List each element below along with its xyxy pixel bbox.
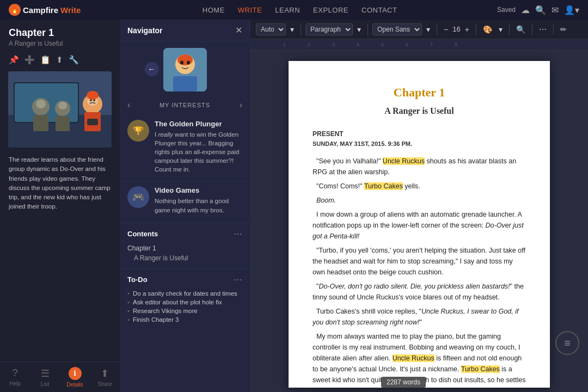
mail-icon[interactable]: ✉ xyxy=(552,5,559,15)
edit-button[interactable]: ✏ xyxy=(558,24,569,35)
todo-item-1: • Do a sanity check for dates and times xyxy=(127,289,242,298)
interests-prev[interactable]: ‹ xyxy=(127,100,130,110)
interest-card-video-games: 🎮 Video Games Nothing better than a good… xyxy=(120,182,250,222)
bottom-navigation: ? Help ☰ List ℹ Details ⬆ Share xyxy=(0,362,120,392)
nav-help[interactable]: ? Help xyxy=(0,367,30,387)
size-increase[interactable]: + xyxy=(463,24,471,35)
nav-links: HOME WRITE LEARN EXPLORE CONTACT xyxy=(102,6,497,14)
nav-list[interactable]: ☰ List xyxy=(30,367,60,387)
middle-panel: Navigator ✕ xyxy=(120,20,250,392)
cloud-icon[interactable]: ☁ xyxy=(521,5,530,15)
toolbar-group-font: Open Sans ▾ xyxy=(372,23,437,35)
contents-chapter-1[interactable]: Chapter 1 xyxy=(127,243,242,253)
add-button[interactable]: ➕ xyxy=(24,55,35,65)
svg-point-14 xyxy=(36,100,46,108)
highlight-turbo-cakes-1: Turbo Cakes xyxy=(364,182,403,190)
nav-share[interactable]: ⬆ Share xyxy=(90,367,120,387)
font-select[interactable]: Open Sans xyxy=(372,23,422,35)
color-picker[interactable]: 🎨 xyxy=(481,24,494,35)
nav-right: Saved ☁ 🔍 ✉ 👤▾ xyxy=(497,5,579,15)
color-chevron[interactable]: ▾ xyxy=(497,24,505,35)
list-label: List xyxy=(41,381,50,387)
todo-text-4: Finish Chapter 3 xyxy=(133,316,179,323)
auto-chevron[interactable]: ▾ xyxy=(288,24,296,35)
toolbar-group-search: 🔍 xyxy=(514,24,532,35)
search-button[interactable]: 🔍 xyxy=(514,24,528,35)
toolbar-group-edit: ✏ xyxy=(558,24,573,35)
font-size: 16 xyxy=(452,25,460,33)
close-button[interactable]: ✕ xyxy=(235,25,242,35)
todo-bullet-1: • xyxy=(127,290,130,297)
nav-learn[interactable]: LEARN xyxy=(275,6,300,14)
svg-rect-13 xyxy=(87,119,98,125)
navigator-header: Navigator ✕ xyxy=(120,20,250,41)
logo-text: Campfire xyxy=(23,5,58,15)
nav-contact[interactable]: CONTACT xyxy=(362,6,397,14)
todo-more-button[interactable]: ⋯ xyxy=(234,274,242,285)
filter-button[interactable]: 🔧 xyxy=(69,55,79,65)
highlight-turbo-cakes-2: Turbo Cakes xyxy=(461,365,500,373)
ruler-marks: 12345678 xyxy=(283,42,457,47)
todo-header: To-Do ⋯ xyxy=(127,274,242,285)
svg-point-19 xyxy=(177,54,193,65)
navigator-title: Navigator xyxy=(127,26,163,35)
character-avatar xyxy=(163,48,207,91)
svg-point-16 xyxy=(87,91,99,100)
nav-home[interactable]: HOME xyxy=(203,6,225,14)
contents-more-button[interactable]: ⋯ xyxy=(234,229,242,239)
svg-rect-22 xyxy=(173,76,197,91)
nav-details[interactable]: ℹ Details xyxy=(60,367,90,388)
todo-text-1: Do a sanity check for dates and times xyxy=(133,290,237,297)
logo[interactable]: 🔥 Campfire Write xyxy=(9,4,81,16)
svg-rect-9 xyxy=(56,116,70,131)
paragraph-select[interactable]: Paragraph xyxy=(305,23,353,35)
upload-button[interactable]: ⬆ xyxy=(56,55,63,65)
logo-icon: 🔥 xyxy=(9,4,21,16)
editor-content[interactable]: Chapter 1 A Ranger is Useful PRESENT SUN… xyxy=(250,50,588,392)
toolbar-group-size: − 16 + xyxy=(442,24,476,35)
fab-button[interactable]: ≡ xyxy=(555,331,579,355)
share-icon: ⬆ xyxy=(101,367,109,379)
font-chevron[interactable]: ▾ xyxy=(424,24,432,35)
todo-text-2: Ask editor about the plot hole fix xyxy=(133,299,222,305)
account-icon[interactable]: 👤▾ xyxy=(564,5,579,15)
nav-explore[interactable]: EXPLORE xyxy=(313,6,348,14)
auto-select[interactable]: Auto xyxy=(256,23,286,35)
interest-card-golden-plunger: 🏆 The Golden Plunger I really want to wi… xyxy=(120,115,250,182)
todo-section: To-Do ⋯ • Do a sanity check for dates an… xyxy=(120,268,250,329)
contents-ranger[interactable]: A Ranger is Useful xyxy=(127,253,242,263)
doc-para-7: Turbo Cakes's shrill voice replies, "Unc… xyxy=(313,306,526,328)
share-label: Share xyxy=(97,381,112,387)
svg-point-21 xyxy=(187,61,190,65)
toolbar-group-auto: Auto ▾ xyxy=(256,23,301,35)
export-button[interactable]: 📋 xyxy=(40,55,51,65)
golden-plunger-desc: I really want to win the Golden Plunger … xyxy=(155,130,242,174)
main-content: Chapter 1 A Ranger is Useful 📌 ➕ 📋 ⬆ 🔧 xyxy=(0,20,588,392)
todo-item-3: • Research Vikings more xyxy=(127,307,242,315)
contents-section: Contents ⋯ Chapter 1 A Ranger is Useful xyxy=(120,223,250,268)
details-label: Details xyxy=(66,382,83,388)
todo-item-2: • Ask editor about the plot hole fix xyxy=(127,298,242,307)
nav-write[interactable]: WRITE xyxy=(238,6,262,14)
sidebar-header: Chapter 1 A Ranger is Useful xyxy=(0,20,120,51)
editor-area: Auto ▾ Paragraph ▾ Open Sans ▾ − 16 + xyxy=(250,20,588,392)
paragraph-chevron[interactable]: ▾ xyxy=(355,24,363,35)
size-decrease[interactable]: − xyxy=(442,24,450,35)
contents-header: Contents ⋯ xyxy=(127,229,242,239)
doc-para-1: "See you in Valhalla!" Uncle Ruckus shou… xyxy=(313,156,526,177)
italic-text-3: Uncle Ruckus, I swear to God, if you don… xyxy=(313,308,519,326)
search-icon[interactable]: 🔍 xyxy=(535,5,546,15)
back-button[interactable]: ← xyxy=(145,62,159,76)
svg-point-15 xyxy=(58,102,67,109)
doc-para-2: "Coms! Coms!" Turbo Cakes yells. xyxy=(313,181,526,192)
doc-para-5: "Turbo, if you yell 'coms,' you aren't h… xyxy=(313,245,526,278)
video-games-desc: Nothing better than a good game night wi… xyxy=(155,197,242,214)
left-sidebar: Chapter 1 A Ranger is Useful 📌 ➕ 📋 ⬆ 🔧 xyxy=(0,20,120,392)
golden-plunger-title: The Golden Plunger xyxy=(155,120,242,128)
help-icon: ? xyxy=(12,367,17,379)
todo-bullet-2: • xyxy=(127,299,130,305)
pin-button[interactable]: 📌 xyxy=(9,55,19,65)
more-button[interactable]: ⋯ xyxy=(537,24,549,35)
doc-para-4: I mow down a group of aliens with an aut… xyxy=(313,209,526,242)
interests-next[interactable]: › xyxy=(240,100,242,110)
